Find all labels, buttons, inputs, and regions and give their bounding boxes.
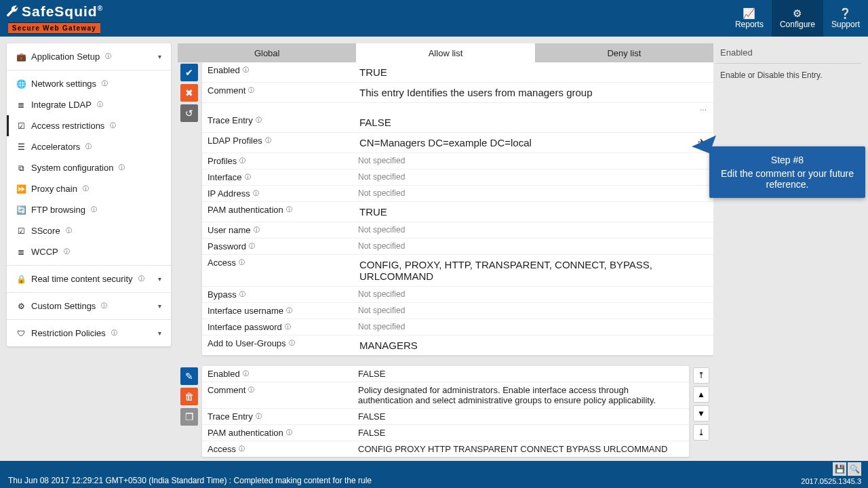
info-icon[interactable]: ⓘ: [249, 242, 255, 251]
form-scroll[interactable]: ✔ ✖ ↺ EnabledⓘTRUE CommentⓘThis entry Id…: [178, 62, 713, 461]
info-icon[interactable]: ⓘ: [289, 339, 295, 348]
info-icon[interactable]: ⓘ: [286, 205, 292, 214]
sidebar-item-realtime-content-security[interactable]: 🔒Real time content securityⓘ▾: [7, 268, 171, 289]
sidebar-item-system-configuration[interactable]: ⧉System configurationⓘ: [7, 157, 171, 178]
info-icon[interactable]: ⓘ: [243, 369, 249, 378]
field-value-user-name[interactable]: Not specified: [351, 222, 713, 237]
info-icon[interactable]: ⓘ: [286, 428, 292, 437]
info-icon[interactable]: ⓘ: [265, 136, 271, 145]
info-icon[interactable]: ⓘ: [239, 258, 245, 267]
entry-collapsed: ✎ 🗑 ❐ EnabledⓘFALSE CommentⓘPolicy desig…: [178, 366, 713, 457]
sidebar-item-wccp[interactable]: ≣WCCPⓘ: [7, 241, 171, 262]
form-scroll-container: ✔ ✖ ↺ EnabledⓘTRUE CommentⓘThis entry Id…: [178, 62, 713, 461]
info-icon: ⓘ: [101, 302, 107, 310]
ellipsis: ...: [202, 103, 713, 113]
info-icon[interactable]: ⓘ: [239, 290, 245, 299]
info-icon[interactable]: ⓘ: [256, 412, 262, 421]
field-value-ip-address[interactable]: Not specified: [351, 186, 713, 201]
entry-body: EnabledⓘFALSE CommentⓘPolicy designated …: [202, 366, 689, 457]
field-value-enabled[interactable]: TRUE: [351, 62, 713, 82]
info-icon[interactable]: ⓘ: [286, 306, 292, 315]
tab-allow-list[interactable]: Allow list: [356, 43, 534, 62]
check-icon: ☑: [16, 121, 26, 131]
info-icon[interactable]: ⓘ: [256, 116, 262, 125]
info-icon[interactable]: ⓘ: [248, 386, 254, 394]
check-icon: ☑: [16, 226, 26, 236]
field-value-trace-entry: FALSE: [351, 409, 689, 424]
nav-reports[interactable]: 📈Reports: [727, 0, 772, 37]
cancel-button[interactable]: ✖: [180, 84, 198, 102]
field-value-comment[interactable]: This entry Identifies the users from man…: [351, 83, 713, 102]
info-icon[interactable]: ⓘ: [253, 189, 259, 198]
move-down-button[interactable]: ▼: [693, 405, 709, 422]
info-icon: ⓘ: [64, 247, 70, 256]
move-top-button[interactable]: ⤒: [693, 367, 709, 384]
confirm-button[interactable]: ✔: [180, 64, 198, 81]
field-value-interface[interactable]: Not specified: [351, 169, 713, 184]
sidebar-item-label: Restriction Policies: [31, 328, 106, 338]
sidebar-item-network-settings[interactable]: 🌐Network settingsⓘ: [7, 73, 171, 94]
move-up-button[interactable]: ▲: [693, 386, 709, 403]
info-icon[interactable]: ⓘ: [239, 157, 245, 165]
entry-actions: ✔ ✖ ↺: [178, 62, 202, 355]
field-value-access[interactable]: CONFIG, PROXY, HTTP, TRANSPARENT, CONNEC…: [351, 255, 713, 286]
sidebar-item-restriction-policies[interactable]: 🛡Restriction Policiesⓘ▾: [7, 323, 171, 344]
info-icon: ⓘ: [105, 52, 111, 61]
field-label-interface-username: Interface usernameⓘ: [202, 303, 351, 319]
help-text: Enable or Disable this Entry.: [716, 64, 861, 87]
tutorial-callout: Step #8 Edit the comment or your future …: [709, 146, 865, 198]
brand-suffix: ®: [98, 5, 103, 12]
info-icon[interactable]: ⓘ: [254, 226, 260, 235]
revert-button[interactable]: ↺: [180, 104, 198, 122]
edit-button[interactable]: ✎: [180, 367, 198, 385]
sidebar-item-custom-settings[interactable]: ⚙Custom Settingsⓘ▾: [7, 296, 171, 317]
info-icon[interactable]: ⓘ: [239, 445, 245, 453]
move-bottom-button[interactable]: ⤓: [693, 424, 709, 441]
sidebar-item-application-setup[interactable]: 💼Application Setupⓘ▾: [7, 46, 171, 67]
help-icon: ❔: [839, 7, 852, 20]
nav-support[interactable]: ❔Support: [823, 0, 868, 37]
field-label-profiles: Profilesⓘ: [202, 153, 351, 169]
tab-deny-list[interactable]: Deny list: [535, 43, 713, 62]
field-label-interface: Interfaceⓘ: [202, 169, 351, 185]
nav-configure[interactable]: ⚙Configure: [772, 0, 823, 37]
callout-step: Step #8: [716, 155, 859, 165]
sidebar-item-label: Accelerators: [31, 142, 80, 152]
field-value-interface-password[interactable]: Not specified: [351, 319, 713, 334]
info-icon[interactable]: ⓘ: [243, 66, 249, 75]
entry-body: EnabledⓘTRUE CommentⓘThis entry Identifi…: [202, 62, 713, 355]
field-label-pam-auth: PAM authenticationⓘ: [202, 202, 351, 218]
sidebar-item-integrate-ldap[interactable]: ≣Integrate LDAPⓘ: [7, 94, 171, 115]
field-value-trace-entry[interactable]: FALSE: [351, 113, 713, 132]
sidebar-item-proxy-chain[interactable]: ⏩Proxy chainⓘ: [7, 178, 171, 199]
field-value-interface-username[interactable]: Not specified: [351, 303, 713, 318]
field-value-profiles[interactable]: Not specified: [351, 153, 713, 168]
field-value-password[interactable]: Not specified: [351, 239, 713, 253]
sidebar-item-label: WCCP: [31, 247, 58, 257]
info-icon[interactable]: ⓘ: [245, 173, 251, 182]
clone-button[interactable]: ❐: [180, 408, 198, 426]
field-value-pam-auth[interactable]: TRUE: [351, 202, 713, 222]
top-nav: 📈Reports ⚙Configure ❔Support: [727, 0, 868, 37]
top-bar: SafeSquid® Secure Web Gateway 📈Reports ⚙…: [0, 0, 868, 37]
sidebar-item-ftp-browsing[interactable]: 🔄FTP browsingⓘ: [7, 199, 171, 220]
tab-global[interactable]: Global: [178, 43, 356, 62]
save-icon[interactable]: 💾: [833, 462, 846, 476]
gears-icon: ⚙: [793, 7, 802, 20]
version-text: 2017.0525.1345.3: [801, 477, 861, 485]
field-value-ldap-profiles[interactable]: CN=Managers DC=example DC=local✈: [351, 133, 713, 152]
search-icon[interactable]: 🔍: [848, 462, 861, 476]
field-value-bypass[interactable]: Not specified: [351, 287, 713, 302]
info-icon[interactable]: ⓘ: [248, 86, 254, 95]
sidebar-item-sscore[interactable]: ☑SScoreⓘ: [7, 220, 171, 241]
field-value-add-to-user-groups[interactable]: MANAGERS: [351, 336, 713, 355]
delete-button[interactable]: 🗑: [180, 388, 198, 405]
main-area: 💼Application Setupⓘ▾ 🌐Network settingsⓘ …: [0, 37, 868, 461]
field-value-comment: Policy designated for administrators. En…: [351, 382, 689, 408]
info-icon[interactable]: ⓘ: [285, 323, 291, 331]
sidebar-item-label: Network settings: [31, 79, 96, 89]
sidebar-item-accelerators[interactable]: ☰Acceleratorsⓘ: [7, 136, 171, 157]
sidebar-item-label: SScore: [31, 226, 60, 236]
sidebar-item-label: System configuration: [31, 163, 113, 173]
sidebar-item-access-restrictions[interactable]: ☑Access restrictionsⓘ: [7, 115, 171, 136]
